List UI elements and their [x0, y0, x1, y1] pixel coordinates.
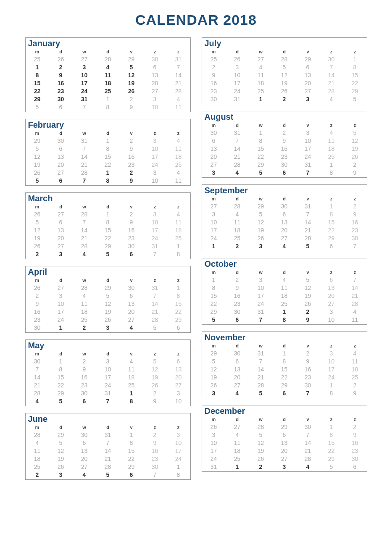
day-cell: 10 — [226, 71, 249, 79]
day-header: z — [143, 203, 167, 210]
day-cell: 31 — [226, 129, 249, 137]
day-cell: 29 — [273, 381, 296, 389]
month-name: August — [202, 111, 367, 122]
day-cell: 5 — [343, 129, 367, 137]
day-cell: 15 — [343, 71, 367, 79]
week-row: 567891011 — [26, 103, 190, 111]
week-row: 30123456 — [26, 357, 190, 365]
day-cell: 9 — [143, 397, 167, 405]
day-cell: 18 — [73, 308, 96, 316]
day-cell: 25 — [202, 55, 226, 63]
week-row: 2627281234 — [26, 168, 190, 176]
week-row: 272829303112 — [202, 160, 367, 168]
day-cell: 5 — [26, 218, 49, 226]
day-cell: 1 — [320, 160, 343, 168]
day-cell: 3 — [202, 431, 226, 439]
day-cell: 13 — [73, 447, 96, 455]
day-cell: 1 — [49, 324, 73, 331]
day-header: d — [226, 195, 249, 202]
day-cell: 9 — [226, 284, 249, 292]
day-cell: 27 — [73, 463, 96, 471]
week-row: 2345678 — [202, 63, 367, 71]
day-cell: 7 — [96, 439, 120, 447]
columns: Januarymdwdvzz25262728293031123456789101… — [0, 37, 392, 480]
month-name: April — [26, 266, 190, 277]
day-cell: 30 — [226, 349, 249, 357]
day-cell: 20 — [143, 79, 167, 87]
day-header: m — [202, 269, 226, 276]
day-cell: 7 — [296, 168, 320, 176]
day-cell: 19 — [49, 455, 73, 463]
day-header: z — [167, 48, 190, 55]
day-cell: 12 — [343, 137, 367, 145]
week-row: 2930311234 — [202, 349, 367, 357]
week-row: 9101112131415 — [26, 300, 190, 308]
day-cell: 29 — [167, 316, 190, 324]
day-cell: 4 — [167, 95, 190, 103]
day-cell: 25 — [249, 87, 273, 95]
week-row: 2345678 — [26, 250, 190, 258]
week-row: 19202122232425 — [26, 234, 190, 242]
month-may: Maymdwdvzz301234567891011121314151617181… — [25, 339, 191, 406]
day-cell: 12 — [26, 153, 49, 160]
day-cell: 4 — [226, 389, 249, 397]
week-row: 10111213141516 — [202, 218, 367, 226]
day-cell: 20 — [296, 79, 320, 87]
week-row: 567891011 — [26, 145, 190, 153]
day-cell: 6 — [226, 316, 249, 324]
day-cell: 27 — [249, 55, 273, 63]
day-cell: 10 — [143, 145, 167, 153]
day-header: d — [96, 424, 120, 431]
day-cell: 9 — [49, 71, 73, 79]
day-cell: 10 — [296, 137, 320, 145]
day-cell: 22 — [26, 87, 49, 95]
month-november: Novembermdwdvzz2930311234567891011121314… — [202, 331, 367, 398]
day-cell: 24 — [96, 381, 120, 389]
day-cell: 6 — [120, 471, 143, 479]
day-cell: 22 — [96, 160, 120, 168]
day-header: w — [249, 342, 273, 349]
day-cell: 2 — [120, 137, 143, 145]
day-header: m — [26, 48, 49, 55]
day-cell: 21 — [296, 447, 320, 455]
day-cell: 19 — [249, 447, 273, 455]
day-cell: 1 — [49, 357, 73, 365]
day-cell: 25 — [167, 234, 190, 242]
week-row: 303112345 — [202, 129, 367, 137]
day-cell: 2 — [343, 160, 367, 168]
day-cell: 1 — [249, 129, 273, 137]
day-cell: 11 — [226, 439, 249, 447]
day-cell: 30 — [73, 431, 96, 439]
day-header: w — [73, 130, 96, 137]
week-row: 17181920212223 — [202, 447, 367, 455]
day-cell: 29 — [202, 308, 226, 316]
day-cell: 31 — [202, 463, 226, 471]
day-cell: 5 — [26, 176, 49, 184]
day-cell: 6 — [273, 210, 296, 218]
month-name: October — [202, 258, 367, 269]
day-cell: 11 — [167, 103, 190, 111]
day-cell: 7 — [296, 210, 320, 218]
day-header: m — [202, 342, 226, 349]
day-cell: 15 — [167, 300, 190, 308]
day-cell: 19 — [202, 373, 226, 381]
day-cell: 3 — [143, 210, 167, 218]
month-march: Marchmdwdvzz2627281234567891011121314151… — [25, 192, 191, 259]
day-cell: 18 — [343, 365, 367, 373]
day-cell: 29 — [96, 242, 120, 250]
day-cell: 16 — [120, 153, 143, 160]
day-cell: 28 — [249, 423, 273, 431]
day-cell: 5 — [143, 324, 167, 331]
day-cell: 3 — [226, 63, 249, 71]
day-cell: 6 — [320, 276, 343, 284]
day-cell: 28 — [226, 202, 249, 210]
day-cell: 7 — [96, 397, 120, 405]
day-cell: 14 — [96, 447, 120, 455]
day-cell: 11 — [167, 145, 190, 153]
day-header: d — [226, 48, 249, 55]
day-cell: 15 — [96, 153, 120, 160]
week-row: 19202122232425 — [26, 160, 190, 168]
day-cell: 15 — [320, 218, 343, 226]
day-header: z — [167, 350, 190, 357]
day-cell: 19 — [296, 292, 320, 300]
